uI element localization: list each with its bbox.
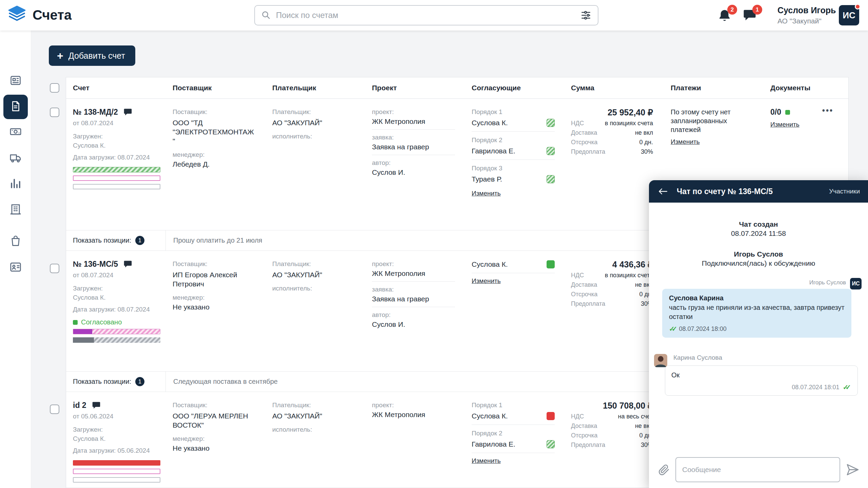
bell-badge: 2 xyxy=(727,5,737,15)
sidebar-item-invoices[interactable] xyxy=(3,95,28,119)
comment-icon[interactable] xyxy=(123,108,133,117)
approver-name: Суслова К. xyxy=(472,260,508,269)
manager-name: Не указано xyxy=(173,302,260,312)
invoice-number: id 2 xyxy=(73,401,86,410)
progress-bar-purple-pink xyxy=(73,329,160,334)
search-icon xyxy=(261,10,271,20)
loaded-label: Загружен: xyxy=(73,284,160,293)
detail-label: НДС xyxy=(571,120,584,127)
sidebar-item-company[interactable] xyxy=(3,198,28,222)
approval-status-badge xyxy=(547,440,555,448)
back-arrow-icon[interactable] xyxy=(657,186,669,196)
approver-name: Гаврилова Е. xyxy=(472,439,515,449)
attach-paperclip-icon[interactable] xyxy=(658,464,670,476)
author-name: Суслов И. xyxy=(372,168,455,177)
invoice-number: № 138-МД/2 xyxy=(73,108,118,117)
upload-date: Дата загрузки: 08.07.2024 xyxy=(73,305,160,314)
notifications-bell[interactable]: 2 xyxy=(717,8,733,24)
sidebar-item-reports[interactable] xyxy=(3,172,28,196)
bar-chart-icon xyxy=(9,177,22,191)
approver-name: Суслова К. xyxy=(472,118,508,127)
detail-label: Доставка xyxy=(571,281,597,288)
progress-bar-gray xyxy=(73,477,160,483)
payer-label: Плательщик: xyxy=(272,260,360,268)
invoices-icon xyxy=(9,100,22,114)
manager-name: Лебедев Д. xyxy=(173,159,260,169)
status-label: Согласовано xyxy=(81,318,122,326)
add-invoice-button[interactable]: + Добавить счет xyxy=(49,45,135,66)
sidebar-item-contacts[interactable] xyxy=(3,256,28,280)
user-menu[interactable]: Суслов Игорь АО "Закупай" xyxy=(777,5,836,25)
project-cell: проект: ЖК Метрополия заявка: Заявка на … xyxy=(365,99,465,230)
payer-name: АО "ЗАКУПАЙ" xyxy=(272,411,360,420)
payer-cell: Плательщик: АО "ЗАКУПАЙ" исполнитель: xyxy=(265,392,365,488)
approver-name: Суслова К. xyxy=(472,411,508,420)
filter-icon[interactable] xyxy=(580,10,592,21)
send-icon[interactable] xyxy=(846,463,859,476)
search-input[interactable] xyxy=(276,11,580,20)
message-sender: Карина Суслова xyxy=(673,354,858,361)
invoice-amount: 4 436,36 ₽ xyxy=(571,260,653,269)
request-name: Заявка на гравер xyxy=(372,294,455,303)
show-positions-toggle[interactable]: Показать позиции: 1 xyxy=(66,230,166,250)
message-input[interactable] xyxy=(675,457,840,482)
message-outgoing: Игорь Суслов ИС Суслова Карина часть гру… xyxy=(649,279,868,338)
show-positions-toggle[interactable]: Показать позиции: 1 xyxy=(66,372,166,392)
avatar[interactable]: ИС xyxy=(839,5,859,25)
joined-user-name: Игорь Суслов xyxy=(649,249,868,259)
detail-value: не вкл xyxy=(635,129,653,136)
edit-approvers-link[interactable]: Изменить xyxy=(472,277,501,285)
supplier-name: ИП Егоров Алексей Петрович xyxy=(173,270,254,288)
row-checkbox[interactable] xyxy=(50,264,59,273)
sidebar-item-payments[interactable] xyxy=(3,120,28,145)
documents-status-square xyxy=(785,110,790,115)
row-menu-icon[interactable]: ••• xyxy=(822,106,833,115)
sidebar-item-journal[interactable] xyxy=(3,69,28,93)
edit-payments-link[interactable]: Изменить xyxy=(671,138,700,146)
payer-cell: Плательщик: АО "ЗАКУПАЙ" исполнитель: xyxy=(265,99,365,230)
online-dot xyxy=(855,4,861,10)
message-incoming: Карина Суслова Ок 08.07.2024 18:01 ✓✓ xyxy=(649,354,868,396)
documents-count: 0/0 xyxy=(770,108,781,117)
edit-documents-link[interactable]: Изменить xyxy=(770,121,800,128)
participants-button[interactable]: Участники xyxy=(829,188,860,195)
invoice-cell: № 138-МД/2 от 08.07.2024 Загружен: Сусло… xyxy=(66,99,166,230)
progress-bar-pink xyxy=(73,469,160,474)
edit-approvers-link[interactable]: Изменить xyxy=(472,190,501,197)
comment-icon[interactable] xyxy=(123,260,133,269)
comment-icon[interactable] xyxy=(91,401,101,410)
sidebar-item-purchases[interactable] xyxy=(3,229,28,254)
chat-panel: Чат по счету № 136-МС/5 Участники Чат со… xyxy=(649,180,868,488)
detail-label: Отсрочка xyxy=(571,432,597,439)
manager-label: менеджер: xyxy=(173,434,260,443)
edit-approvers-link[interactable]: Изменить xyxy=(472,457,501,465)
approvers-cell: Суслова К. Изменить xyxy=(465,251,564,371)
approver-order: Порядок 2 xyxy=(472,136,555,144)
invoice-amount: 150 708,00 ₽ xyxy=(571,401,653,411)
row-checkbox[interactable] xyxy=(50,405,59,414)
payer-name: АО "ЗАКУПАЙ" xyxy=(272,118,360,127)
row-checkbox[interactable] xyxy=(50,108,59,117)
read-check-icon: ✓✓ xyxy=(669,325,678,333)
avatar xyxy=(654,354,667,367)
payer-label: Плательщик: xyxy=(272,401,360,409)
positions-label: Показать позиции: xyxy=(73,378,131,386)
positions-count-badge: 1 xyxy=(135,377,144,386)
chats-icon[interactable]: 1 xyxy=(743,8,758,24)
sidebar-item-deliveries[interactable] xyxy=(3,146,28,171)
invoice-date: от 08.07.2024 xyxy=(73,119,160,127)
message-time: 08.07.2024 18:01 xyxy=(792,384,839,391)
chat-joined-notice: Игорь Суслов Подключился(лась) к обсужде… xyxy=(649,249,868,268)
chat-created-time: 08.07.2024 11:58 xyxy=(649,229,868,238)
table-header-row: Счет Поставщик Плательщик Проект Согласу… xyxy=(66,77,848,99)
app-logo-icon xyxy=(7,5,26,25)
positions-label: Показать позиции: xyxy=(73,237,131,244)
executor-label: исполнитель: xyxy=(272,425,360,434)
manager-label: менеджер: xyxy=(173,293,260,302)
upload-date: Дата загрузки: 05.06.2024 xyxy=(73,446,160,455)
detail-value: 30% xyxy=(641,148,653,155)
chat-created-label: Чат создан xyxy=(649,220,868,229)
col-header: Сумма xyxy=(564,84,664,92)
select-all-checkbox[interactable] xyxy=(50,83,59,93)
request-name: Заявка на гравер xyxy=(372,142,455,151)
